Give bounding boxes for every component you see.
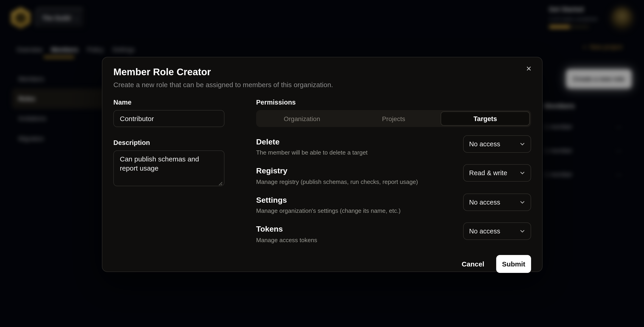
select-value: No access bbox=[469, 199, 500, 206]
chevron-down-icon bbox=[520, 141, 525, 147]
select-value: No access bbox=[469, 228, 500, 235]
chevron-down-icon bbox=[520, 228, 525, 234]
tokens-access-select[interactable]: No access bbox=[463, 222, 531, 240]
delete-access-select[interactable]: No access bbox=[463, 135, 531, 153]
permissions-column: Permissions Organization Projects Target… bbox=[256, 99, 531, 273]
permission-description: Manage access tokens bbox=[256, 236, 317, 243]
role-name-input[interactable] bbox=[114, 110, 224, 127]
permissions-label: Permissions bbox=[256, 99, 531, 106]
member-role-creator-dialog: ✕ Member Role Creator Create a new role … bbox=[102, 57, 542, 272]
registry-access-select[interactable]: Read & write bbox=[463, 164, 531, 182]
tab-organization[interactable]: Organization bbox=[256, 110, 348, 127]
app-window: The Guild ⌄ Get Started 2 of 5 tasks com… bbox=[0, 0, 644, 327]
settings-access-select[interactable]: No access bbox=[463, 194, 531, 211]
select-value: Read & write bbox=[469, 169, 507, 177]
permission-text: Settings Manage organization's settings … bbox=[256, 194, 400, 214]
permission-text: Delete The member will be able to delete… bbox=[256, 135, 368, 156]
select-value: No access bbox=[469, 140, 500, 148]
permission-row-delete: Delete The member will be able to delete… bbox=[256, 135, 531, 156]
permission-row-settings: Settings Manage organization's settings … bbox=[256, 194, 531, 214]
cancel-button[interactable]: Cancel bbox=[462, 260, 484, 268]
dialog-footer: Cancel Submit bbox=[256, 255, 531, 273]
permission-title: Tokens bbox=[256, 225, 317, 234]
permission-row-registry: Registry Manage registry (publish schema… bbox=[256, 164, 531, 185]
permission-text: Registry Manage registry (publish schema… bbox=[256, 164, 418, 185]
permissions-scope-tabs: Organization Projects Targets bbox=[256, 110, 531, 127]
name-label: Name bbox=[114, 99, 224, 106]
close-icon[interactable]: ✕ bbox=[524, 64, 534, 74]
submit-button[interactable]: Submit bbox=[496, 255, 531, 273]
tab-targets[interactable]: Targets bbox=[441, 111, 530, 126]
permission-title: Delete bbox=[256, 138, 368, 147]
permission-text: Tokens Manage access tokens bbox=[256, 222, 317, 243]
permission-description: Manage registry (publish schemas, run ch… bbox=[256, 178, 418, 185]
role-details-column: Name Description Can publish schemas and… bbox=[114, 99, 224, 273]
description-label: Description bbox=[114, 139, 224, 146]
permission-title: Registry bbox=[256, 167, 418, 176]
permission-row-tokens: Tokens Manage access tokens No access bbox=[256, 222, 531, 243]
permission-description: Manage organization's settings (change i… bbox=[256, 207, 400, 214]
chevron-down-icon bbox=[520, 170, 525, 176]
permission-description: The member will be able to delete a targ… bbox=[256, 149, 368, 156]
chevron-down-icon bbox=[520, 200, 525, 205]
dialog-title: Member Role Creator bbox=[114, 66, 531, 77]
role-description-textarea[interactable]: Can publish schemas and report usage bbox=[114, 150, 224, 186]
dialog-subtitle: Create a new role that can be assigned t… bbox=[114, 81, 531, 88]
permission-rows: Delete The member will be able to delete… bbox=[256, 135, 531, 243]
tab-projects[interactable]: Projects bbox=[348, 110, 439, 127]
permission-title: Settings bbox=[256, 196, 400, 205]
